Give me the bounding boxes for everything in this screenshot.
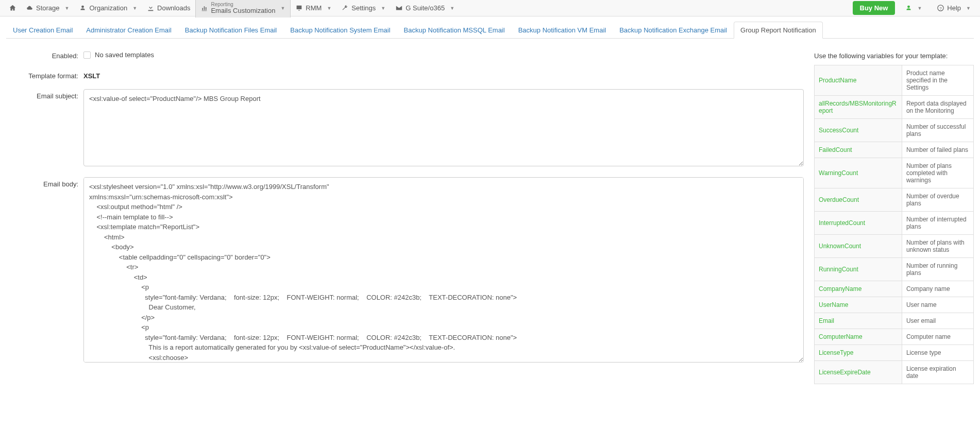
variable-desc: License type	[902, 345, 973, 361]
nav-organization[interactable]: Organization ▼	[74, 1, 142, 15]
caret-icon: ▼	[966, 6, 971, 11]
download-icon	[147, 5, 154, 11]
variable-row: InterruptedCountNumber of interrupted pl…	[815, 212, 974, 235]
enabled-checkbox-wrap: No saved templates	[83, 49, 804, 59]
nav-help-label: Help	[947, 4, 961, 12]
variable-desc: Computer name	[902, 329, 973, 345]
user-icon	[905, 5, 912, 11]
row-email-body: Email body:	[6, 177, 804, 364]
content-area: Enabled: No saved templates Template for…	[0, 39, 980, 384]
nav-rmm-label: RMM	[306, 4, 322, 12]
variable-desc: Number of running plans	[902, 258, 973, 281]
monitor-icon	[296, 5, 302, 11]
template-format-value: XSLT	[83, 69, 804, 80]
variable-name[interactable]: SuccessCount	[815, 119, 902, 142]
variable-row: WarningCountNumber of plans completed wi…	[815, 158, 974, 188]
nav-settings-label: Settings	[351, 4, 376, 12]
top-navbar: Storage ▼ Organization ▼ Downloads Repor…	[0, 0, 980, 16]
variables-title: Use the following variables for your tem…	[814, 49, 974, 60]
variable-desc: Number of overdue plans	[902, 188, 973, 212]
variable-name[interactable]: allRecords/MBSMonitoringReport	[815, 96, 902, 119]
variables-table: ProductNameProduct name specified in the…	[814, 65, 974, 384]
user-icon	[79, 5, 86, 11]
variable-row: allRecords/MBSMonitoringReportReport dat…	[815, 96, 974, 119]
email-body-input[interactable]	[83, 177, 804, 363]
nav-downloads[interactable]: Downloads	[142, 1, 195, 15]
variable-desc: User email	[902, 313, 973, 329]
nav-reporting[interactable]: Reporting Emails Customization ▼	[195, 0, 291, 18]
nav-left: Storage ▼ Organization ▼ Downloads Repor…	[4, 0, 853, 18]
variable-name[interactable]: CompanyName	[815, 281, 902, 297]
variable-name[interactable]: Email	[815, 313, 902, 329]
row-template-format: Template format: XSLT	[6, 69, 804, 80]
variable-desc: User name	[902, 297, 973, 313]
nav-reporting-sub: Emails Customization	[211, 7, 275, 14]
variable-desc: Number of plans with unknown status	[902, 235, 973, 258]
variable-name[interactable]: OverdueCount	[815, 188, 902, 212]
nav-rmm[interactable]: RMM ▼	[291, 1, 336, 15]
template-format-label: Template format:	[6, 69, 83, 80]
nav-settings[interactable]: Settings ▼	[336, 1, 391, 15]
variable-row: FailedCountNumber of failed plans	[815, 142, 974, 158]
variable-name[interactable]: FailedCount	[815, 142, 902, 158]
tab-backup-system[interactable]: Backup Notification System Email	[283, 22, 397, 39]
svg-text:?: ?	[940, 6, 942, 11]
row-enabled: Enabled: No saved templates	[6, 49, 804, 60]
nav-home[interactable]	[4, 2, 21, 14]
caret-icon: ▼	[65, 6, 70, 11]
variable-desc: Number of interrupted plans	[902, 212, 973, 235]
form-column: Enabled: No saved templates Template for…	[6, 49, 804, 384]
variable-desc: Number of failed plans	[902, 142, 973, 158]
buy-new-button[interactable]: Buy New	[853, 1, 895, 15]
variable-name[interactable]: RunningCount	[815, 258, 902, 281]
tab-backup-mssql[interactable]: Backup Notification MSSQL Email	[397, 22, 512, 39]
variable-name[interactable]: UserName	[815, 297, 902, 313]
nav-reporting-labels: Reporting Emails Customization	[211, 2, 275, 14]
nav-downloads-label: Downloads	[157, 4, 190, 12]
envelope-icon	[396, 5, 402, 11]
cloud-icon	[26, 5, 33, 11]
variable-row: UnknownCountNumber of plans with unknown…	[815, 235, 974, 258]
tab-admin-creation[interactable]: Administrator Creation Email	[79, 22, 178, 39]
variable-row: SuccessCountNumber of successful plans	[815, 119, 974, 142]
nav-gsuite[interactable]: G Suite/o365 ▼	[391, 1, 460, 15]
tab-user-creation[interactable]: User Creation Email	[6, 22, 79, 39]
variable-row: RunningCountNumber of running plans	[815, 258, 974, 281]
variable-name[interactable]: InterruptedCount	[815, 212, 902, 235]
variable-name[interactable]: UnknownCount	[815, 235, 902, 258]
nav-help[interactable]: ? Help ▼	[932, 1, 976, 15]
variable-name[interactable]: ComputerName	[815, 329, 902, 345]
variable-desc: Number of successful plans	[902, 119, 973, 142]
variable-name[interactable]: ProductName	[815, 65, 902, 96]
variable-row: OverdueCountNumber of overdue plans	[815, 188, 974, 212]
help-icon: ?	[937, 5, 944, 11]
variable-name[interactable]: LicenseExpireDate	[815, 361, 902, 384]
row-email-subject: Email subject:	[6, 89, 804, 168]
home-icon	[9, 5, 16, 11]
nav-organization-label: Organization	[89, 4, 127, 12]
variable-name[interactable]: WarningCount	[815, 158, 902, 188]
variable-row: CompanyNameCompany name	[815, 281, 974, 297]
caret-icon: ▼	[327, 6, 331, 11]
nav-storage-label: Storage	[36, 4, 60, 12]
variable-desc: Company name	[902, 281, 973, 297]
variable-desc: License expiration date	[902, 361, 973, 384]
variable-name[interactable]: LicenseType	[815, 345, 902, 361]
nav-user-menu[interactable]: ▼	[900, 2, 927, 14]
tab-backup-vm[interactable]: Backup Notification VM Email	[512, 22, 613, 39]
nav-right: Buy New ▼ ? Help ▼	[853, 1, 976, 15]
nav-storage[interactable]: Storage ▼	[21, 1, 74, 15]
variable-desc: Product name specified in the Settings	[902, 65, 973, 96]
variable-row: UserNameUser name	[815, 297, 974, 313]
tab-backup-files[interactable]: Backup Notification Files Email	[178, 22, 283, 39]
tab-group-report[interactable]: Group Report Notification	[734, 22, 823, 39]
variables-column: Use the following variables for your tem…	[814, 49, 974, 384]
caret-icon: ▼	[381, 6, 385, 11]
email-tabs: User Creation Email Administrator Creati…	[6, 22, 974, 39]
enabled-checkbox[interactable]	[83, 51, 91, 59]
tab-backup-exchange[interactable]: Backup Notification Exchange Email	[613, 22, 734, 39]
wrench-icon	[342, 5, 348, 11]
email-subject-input[interactable]	[83, 89, 804, 166]
caret-icon: ▼	[132, 6, 137, 11]
nav-gsuite-label: G Suite/o365	[405, 4, 445, 12]
